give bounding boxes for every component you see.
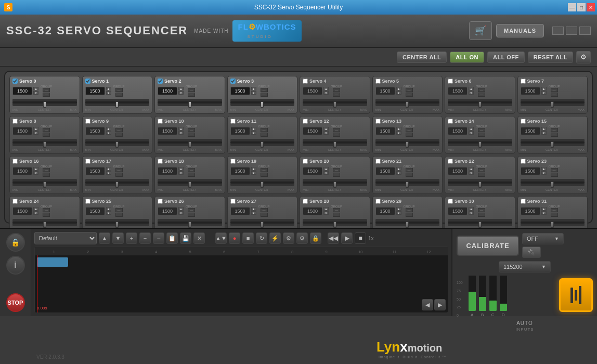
servo-slider-14[interactable]	[448, 139, 512, 146]
servo-group-up-3[interactable]: —	[261, 88, 268, 92]
servo-group-down-5[interactable]: —	[406, 93, 413, 97]
reset-all-button[interactable]: RESET ALL	[528, 51, 573, 63]
servo-group-up-24[interactable]: —	[43, 208, 50, 212]
servo-group-down-9[interactable]: —	[115, 133, 123, 137]
servo-slider-6[interactable]	[448, 99, 512, 106]
seq-up-btn[interactable]: ▲	[99, 232, 110, 244]
servo-checkbox-17[interactable]	[85, 159, 90, 164]
servo-group-up-5[interactable]: —	[406, 88, 413, 92]
servo-checkbox-30[interactable]	[448, 199, 453, 204]
seq-loop-btn[interactable]: ↻	[256, 232, 267, 244]
servo-up-28[interactable]: ▲	[323, 207, 329, 211]
servo-group-down-18[interactable]: —	[188, 173, 195, 177]
servo-slider-16[interactable]	[12, 179, 77, 186]
servo-group-down-22[interactable]: —	[478, 173, 485, 177]
servo-up-29[interactable]: ▲	[396, 207, 401, 211]
servo-slider-3[interactable]	[230, 99, 295, 106]
servo-group-down-17[interactable]: —	[115, 173, 123, 177]
servo-group-down-24[interactable]: —	[43, 213, 50, 217]
all-off-button[interactable]: ALL OFF	[487, 51, 525, 63]
servo-down-8[interactable]: ▼	[33, 131, 38, 135]
servo-up-9[interactable]: ▲	[106, 127, 111, 131]
servo-checkbox-5[interactable]	[375, 79, 381, 84]
servo-group-up-8[interactable]: —	[43, 128, 50, 132]
servo-down-16[interactable]: ▼	[33, 171, 38, 175]
servo-group-up-7[interactable]: —	[551, 88, 558, 92]
servo-group-up-10[interactable]: —	[188, 128, 195, 132]
servo-up-27[interactable]: ▲	[251, 207, 256, 211]
servo-group-up-6[interactable]: —	[478, 88, 485, 92]
seq-remove-btn[interactable]: −	[139, 232, 151, 244]
servo-down-13[interactable]: ▼	[396, 131, 401, 135]
servo-group-down-4[interactable]: —	[333, 93, 340, 97]
servo-up-7[interactable]: ▲	[541, 87, 547, 90]
servo-down-18[interactable]: ▼	[178, 171, 184, 175]
servo-down-15[interactable]: ▼	[541, 131, 547, 135]
servo-slider-28[interactable]	[303, 219, 367, 226]
servo-slider-9[interactable]	[85, 139, 150, 146]
servo-group-down-10[interactable]: —	[188, 133, 195, 137]
servo-down-23[interactable]: ▼	[541, 171, 547, 175]
servo-up-1[interactable]: ▲	[106, 87, 111, 90]
servo-up-22[interactable]: ▲	[469, 167, 474, 171]
servo-checkbox-4[interactable]	[303, 79, 308, 84]
calibrate-button[interactable]: CALIBRATE	[457, 236, 519, 256]
servo-up-18[interactable]: ▲	[178, 167, 184, 171]
servo-down-14[interactable]: ▼	[469, 131, 474, 135]
maximize-button[interactable]: □	[577, 3, 586, 11]
seq-snap-btn[interactable]: ⚡	[269, 232, 281, 244]
servo-slider-5[interactable]	[375, 99, 440, 106]
seq-copy-btn[interactable]: ⎓	[153, 232, 164, 244]
servo-group-up-15[interactable]: —	[551, 128, 558, 132]
seq-record-btn[interactable]: ●	[229, 232, 240, 244]
servo-up-4[interactable]: ▲	[323, 87, 329, 90]
servo-group-up-22[interactable]: —	[478, 168, 485, 172]
servo-checkbox-29[interactable]	[375, 199, 381, 204]
seq-down-btn[interactable]: ▼	[112, 232, 124, 244]
servo-slider-4[interactable]	[303, 99, 367, 106]
manuals-button[interactable]: MANUALS	[496, 24, 544, 37]
servo-group-down-30[interactable]: —	[478, 213, 485, 217]
servo-group-down-7[interactable]: —	[551, 93, 558, 97]
servo-down-22[interactable]: ▼	[469, 171, 474, 175]
servo-up-19[interactable]: ▲	[251, 167, 256, 171]
servo-slider-26[interactable]	[158, 219, 222, 226]
servo-down-26[interactable]: ▼	[178, 211, 184, 215]
servo-down-30[interactable]: ▼	[469, 211, 474, 215]
servo-checkbox-2[interactable]	[158, 79, 163, 84]
servo-group-down-15[interactable]: —	[551, 133, 558, 137]
servo-group-up-29[interactable]: —	[406, 208, 413, 212]
servo-group-up-9[interactable]: —	[115, 128, 123, 132]
servo-checkbox-24[interactable]	[12, 199, 18, 204]
sequence-select[interactable]: Default	[34, 232, 97, 244]
servo-slider-8[interactable]	[12, 139, 77, 146]
servo-down-10[interactable]: ▼	[178, 131, 184, 135]
servo-down-6[interactable]: ▼	[469, 91, 474, 95]
servo-checkbox-25[interactable]	[85, 199, 90, 204]
lock-button[interactable]: 🔒	[6, 233, 25, 252]
servo-checkbox-16[interactable]	[12, 159, 18, 164]
servo-up-13[interactable]: ▲	[396, 127, 401, 131]
servo-slider-17[interactable]	[85, 179, 150, 186]
servo-group-up-20[interactable]: —	[333, 168, 340, 172]
servo-group-up-28[interactable]: —	[333, 208, 340, 212]
servo-group-down-1[interactable]: —	[115, 93, 123, 97]
servo-down-24[interactable]: ▼	[33, 211, 38, 215]
seq-clip[interactable]	[37, 257, 68, 267]
seq-gear-btn[interactable]: ⚙	[283, 232, 294, 244]
servo-down-1[interactable]: ▼	[106, 91, 111, 95]
servo-slider-18[interactable]	[158, 179, 222, 186]
servo-down-28[interactable]: ▼	[323, 211, 329, 215]
servo-down-11[interactable]: ▼	[251, 131, 256, 135]
servo-slider-22[interactable]	[448, 179, 512, 186]
servo-up-5[interactable]: ▲	[396, 87, 401, 90]
servo-slider-0[interactable]	[12, 99, 77, 106]
servo-slider-31[interactable]	[521, 219, 585, 226]
servo-group-down-0[interactable]: —	[43, 93, 50, 97]
servo-group-down-19[interactable]: —	[261, 173, 268, 177]
servo-up-30[interactable]: ▲	[469, 207, 474, 211]
servo-up-21[interactable]: ▲	[396, 167, 401, 171]
seq-track[interactable]: 123456789101112 0.00s ◀ ▶	[34, 246, 448, 313]
seq-lock2-btn[interactable]: 🔒	[310, 232, 321, 244]
servo-down-5[interactable]: ▼	[396, 91, 401, 95]
